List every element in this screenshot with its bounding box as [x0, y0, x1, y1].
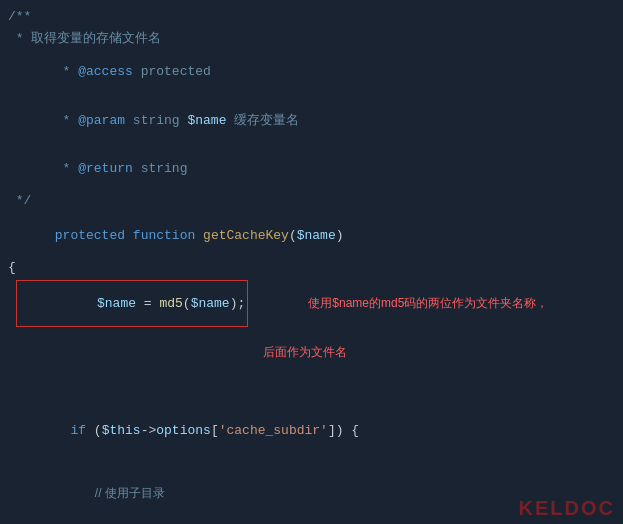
- comment-line-3: * @access protected: [0, 48, 623, 95]
- watermark: KELDOC: [519, 497, 615, 520]
- comment-text: * @return string: [0, 146, 623, 191]
- comment-line-2: * 取得变量的存储文件名: [0, 28, 623, 48]
- comment-text: * @param string $name 缓存变量名: [0, 96, 623, 144]
- comment-line-1: /**: [0, 8, 623, 28]
- md5-assign: $name = md5($name); 使用$name的md5码的两位作为文件夹…: [0, 280, 623, 327]
- brace-open: {: [0, 260, 623, 275]
- annotation2: 后面作为文件名: [0, 329, 623, 376]
- md5-assign-line: $name = md5($name); 使用$name的md5码的两位作为文件夹…: [0, 279, 623, 328]
- comment-text: /**: [0, 9, 623, 24]
- func-def-line: protected function getCacheKey($name): [0, 212, 623, 259]
- if-subdir-line: if ($this->options['cache_subdir']) {: [0, 377, 623, 469]
- code-container: /** * 取得变量的存储文件名 * @access protected * @…: [0, 0, 623, 524]
- comment-text: */: [0, 193, 623, 208]
- comment-text: * 取得变量的存储文件名: [0, 29, 623, 47]
- comment-line-5: * @return string: [0, 145, 623, 192]
- if-subdir: if ($this->options['cache_subdir']) {: [0, 378, 623, 468]
- comment-text: * @access protected: [0, 49, 623, 94]
- comment-line-4: * @param string $name 缓存变量名: [0, 95, 623, 145]
- comment-line-6: */: [0, 192, 623, 212]
- func-def: protected function getCacheKey($name): [0, 213, 623, 258]
- annotation-line2: 后面作为文件名: [0, 328, 623, 377]
- brace-open-line: {: [0, 259, 623, 279]
